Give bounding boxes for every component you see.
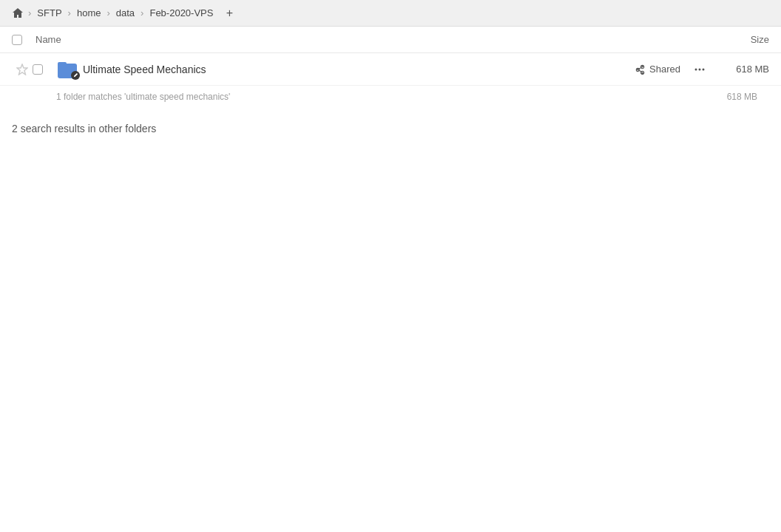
shared-badge: Shared xyxy=(635,64,680,75)
name-column-header: Name xyxy=(36,34,710,45)
main-content: Name Size xyxy=(0,27,781,532)
separator-4: › xyxy=(141,7,143,18)
star-col xyxy=(12,64,33,75)
pen-overlay xyxy=(71,71,80,80)
folder-icon-col xyxy=(56,59,80,80)
more-options-button[interactable] xyxy=(689,59,710,80)
row-checkbox-col xyxy=(33,64,56,75)
folder-icon xyxy=(58,59,78,80)
other-results-label: 2 search results in other folders xyxy=(0,105,781,140)
breadcrumb-item-home[interactable]: home xyxy=(72,6,106,20)
breadcrumb-bar: › SFTP › home › data › Feb-2020-VPS + xyxy=(0,0,781,27)
select-all-checkbox[interactable] xyxy=(12,35,22,45)
svg-point-3 xyxy=(703,68,705,70)
svg-point-1 xyxy=(695,68,697,70)
breadcrumb-item-feb-2020-vps[interactable]: Feb-2020-VPS xyxy=(145,6,217,20)
breadcrumb-item-data[interactable]: data xyxy=(112,6,139,20)
separator-3: › xyxy=(106,7,109,18)
table-header: Name Size xyxy=(0,27,781,53)
breadcrumb-item-sftp[interactable]: SFTP xyxy=(33,6,66,20)
search-summary: 1 folder matches 'ultimate speed mechani… xyxy=(0,86,781,105)
svg-marker-0 xyxy=(17,64,27,75)
search-summary-size: 618 MB xyxy=(727,92,757,102)
home-icon[interactable] xyxy=(9,4,27,22)
select-all-col xyxy=(12,35,36,45)
svg-point-2 xyxy=(699,68,701,70)
add-tab-button[interactable]: + xyxy=(220,4,238,22)
size-column-header: Size xyxy=(710,34,769,45)
file-size: 618 MB xyxy=(710,64,769,75)
file-name: Ultimate Speed Mechanics xyxy=(83,64,635,75)
row-checkbox[interactable] xyxy=(33,64,43,75)
star-icon[interactable] xyxy=(16,64,28,75)
separator-2: › xyxy=(68,7,71,18)
table-row[interactable]: Ultimate Speed Mechanics Shared 618 MB xyxy=(0,53,781,86)
separator-1: › xyxy=(28,7,31,18)
